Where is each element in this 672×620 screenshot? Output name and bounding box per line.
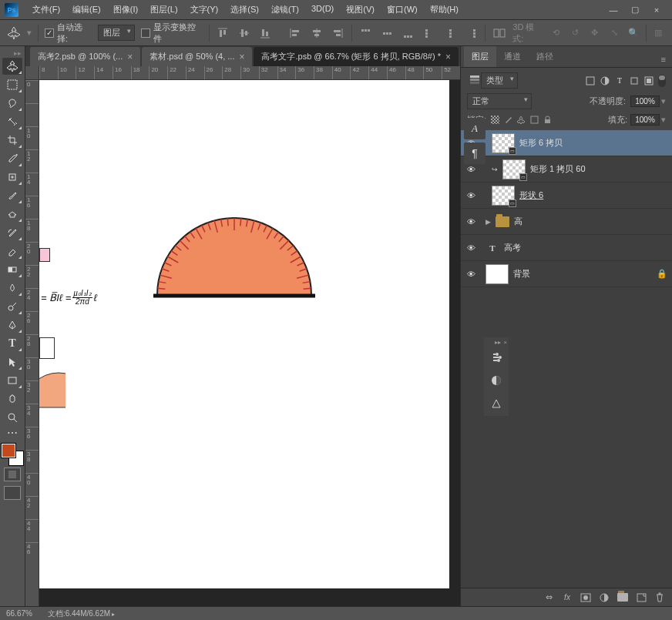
menu-item[interactable]: 文字(Y) (184, 1, 225, 18)
layer-row[interactable]: 👁 ↪▭ 矩形 1 拷贝 60 (461, 156, 672, 183)
live-shape-icon[interactable] (486, 393, 507, 414)
tab-close-icon[interactable]: × (445, 52, 451, 62)
3d-roll-icon[interactable]: ↺ (568, 25, 583, 41)
lock-all-icon[interactable] (542, 115, 553, 126)
history-brush-tool[interactable] (2, 224, 22, 241)
maximize-button[interactable]: ▢ (624, 2, 646, 18)
align-left-icon[interactable] (288, 25, 303, 41)
layer-row[interactable]: 👁 ▭ 矩形 6 拷贝 (461, 130, 672, 156)
lock-artboard-icon[interactable] (529, 115, 539, 126)
layer-name[interactable]: 形状 6 (519, 189, 667, 201)
vertical-ruler[interactable]: 01 01 21 41 61 82 02 22 42 62 83 03 23 4… (25, 80, 39, 606)
eyedropper-tool[interactable] (2, 150, 22, 167)
dist-vcenter-icon[interactable] (379, 25, 394, 41)
opacity-input[interactable] (630, 96, 660, 107)
tab-close-icon[interactable]: × (239, 52, 244, 62)
document-tab[interactable]: 高考2.psb @ 100% (...× (30, 47, 140, 66)
layer-row[interactable]: 👁 ▭ 形状 6 (461, 183, 672, 209)
visibility-toggle-icon[interactable]: 👁 (465, 243, 476, 253)
add-mask-icon[interactable] (580, 592, 592, 604)
document-tab[interactable]: 高考文字.psb @ 66.7% (矩形 6 拷贝, RGB/8#) *× (254, 47, 458, 66)
visibility-toggle-icon[interactable]: 👁 (465, 191, 476, 200)
filter-smart-icon[interactable] (643, 75, 655, 87)
ruler-origin[interactable] (25, 66, 39, 80)
lock-position-icon[interactable] (516, 115, 526, 126)
gradient-tool[interactable] (2, 261, 22, 278)
layer-name[interactable]: 矩形 6 拷贝 (519, 137, 667, 149)
3d-orbit-icon[interactable]: ⟲ (549, 25, 563, 41)
filter-type-icon[interactable]: T (613, 75, 626, 87)
dodge-tool[interactable] (2, 298, 22, 315)
3d-slide-icon[interactable]: ⤡ (606, 25, 621, 41)
close-button[interactable]: × (646, 2, 667, 18)
tab-close-icon[interactable]: × (127, 52, 133, 62)
auto-align-icon[interactable] (492, 25, 506, 41)
dist-left-icon[interactable] (422, 25, 436, 41)
opacity-dropdown-icon[interactable]: ▾ (661, 96, 666, 106)
fx-icon[interactable]: fx (561, 592, 573, 604)
filter-shape-icon[interactable] (628, 75, 640, 87)
show-transform-checkbox[interactable]: 显示变换控件 (141, 22, 202, 45)
mini-panel-collapse-icon[interactable]: ▸▸ (495, 339, 501, 344)
menu-item[interactable]: 图像(I) (107, 1, 144, 18)
mask-icon[interactable] (486, 370, 507, 391)
delete-layer-icon[interactable] (654, 592, 666, 604)
hand-tool[interactable] (2, 390, 22, 407)
filter-adjust-icon[interactable] (599, 75, 611, 87)
eraser-tool[interactable] (2, 243, 22, 260)
visibility-toggle-icon[interactable]: 👁 (465, 217, 476, 226)
new-group-icon[interactable] (617, 592, 629, 604)
document-tab[interactable]: 素材.psd @ 50% (4, ...× (142, 47, 252, 66)
layer-row[interactable]: 👁 T 高考 (461, 235, 672, 261)
zoom-tool[interactable] (2, 409, 22, 426)
fill-input[interactable] (630, 114, 660, 126)
tab-layers[interactable]: 图层 (464, 46, 496, 67)
filter-toggle-switch[interactable] (658, 75, 666, 87)
panel-menu-icon[interactable]: ≡ (655, 52, 672, 67)
new-layer-icon[interactable] (635, 592, 647, 604)
dist-hcenter-icon[interactable] (442, 25, 457, 41)
3d-zoom-icon[interactable]: 🔍 (627, 25, 641, 41)
tab-paths[interactable]: 路径 (529, 46, 561, 67)
layer-name[interactable]: 矩形 1 拷贝 60 (530, 163, 667, 175)
filter-kind-dropdown[interactable]: 类型 (481, 72, 518, 89)
foreground-color-swatch[interactable] (2, 444, 15, 457)
menu-item[interactable]: 文件(F) (26, 1, 66, 18)
link-layers-icon[interactable]: ⇔ (543, 592, 555, 604)
panel-collapse-icon[interactable]: ▥ (651, 25, 666, 41)
color-swatches[interactable] (2, 444, 23, 465)
align-top-icon[interactable] (216, 25, 230, 41)
character-panel-icon[interactable]: A (464, 118, 486, 139)
pen-tool[interactable] (2, 317, 22, 333)
move-tool-preset-icon[interactable] (6, 25, 21, 41)
align-right-icon[interactable] (330, 25, 344, 41)
crop-tool[interactable] (2, 132, 22, 149)
healing-brush-tool[interactable] (2, 169, 22, 186)
menu-item[interactable]: 视图(V) (340, 1, 381, 18)
layer-name[interactable]: 高 (514, 216, 667, 227)
auto-select-target-dropdown[interactable]: 图层 (98, 25, 135, 41)
screen-mode-button[interactable] (4, 486, 21, 500)
align-bottom-icon[interactable] (257, 25, 272, 41)
shape-tool[interactable] (2, 372, 22, 389)
dist-bottom-icon[interactable] (400, 25, 415, 41)
new-adjustment-icon[interactable] (598, 592, 610, 604)
menu-item[interactable]: 帮助(H) (424, 1, 465, 18)
magic-wand-tool[interactable] (2, 113, 22, 130)
lasso-tool[interactable] (2, 95, 22, 112)
align-hcenter-icon[interactable] (309, 25, 324, 41)
menu-item[interactable]: 编辑(E) (66, 1, 107, 18)
canvas[interactable]: = B̅Iℓ = µ₀I₁I₂2πd ℓ (39, 80, 460, 606)
path-select-tool[interactable] (2, 354, 22, 370)
quick-mask-button[interactable] (4, 468, 21, 481)
chevron-right-icon[interactable]: ▶ (486, 218, 491, 226)
type-tool[interactable]: T (2, 335, 22, 352)
layer-name[interactable]: 高考 (504, 242, 667, 253)
toolbox-collapse-icon[interactable]: ▸▸ (14, 49, 25, 57)
tab-channels[interactable]: 通道 (496, 46, 529, 67)
layer-row[interactable]: 👁 ▶ 高 (461, 209, 672, 235)
dist-right-icon[interactable] (464, 25, 479, 41)
minimize-button[interactable]: — (603, 2, 624, 18)
mini-panel-close-icon[interactable]: × (503, 339, 507, 344)
blur-tool[interactable] (2, 280, 22, 297)
